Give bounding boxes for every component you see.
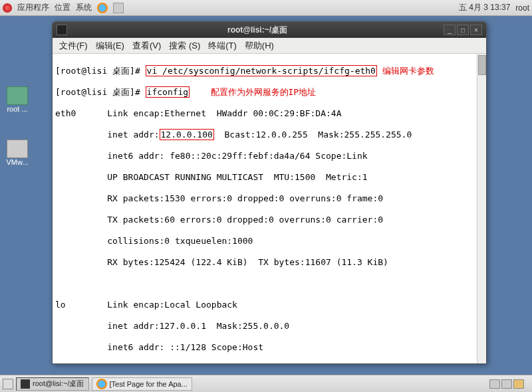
maximize-button[interactable]: □ xyxy=(457,25,469,35)
firefox-icon[interactable] xyxy=(97,3,108,13)
bottom-panel: root@lisi:~/桌面 [Test Page for the Apa... xyxy=(0,375,532,392)
menu-help[interactable]: 帮助(H) xyxy=(242,39,277,53)
launcher-icon[interactable] xyxy=(113,3,124,13)
menu-view[interactable]: 查看(V) xyxy=(130,39,164,53)
cmd-ifconfig: ifconfig xyxy=(146,86,190,98)
clock[interactable]: 五 4月 3 13:37 xyxy=(459,2,510,13)
taskbar-terminal[interactable]: root@lisi:~/桌面 xyxy=(16,377,89,391)
titlebar[interactable]: root@lisi:~/桌面 _ □ × xyxy=(53,22,486,38)
close-button[interactable]: × xyxy=(470,25,482,35)
desktop-icon-home[interactable]: root ... xyxy=(4,86,31,113)
desktop-icons: root ... VMw... xyxy=(4,86,31,166)
terminal-icon xyxy=(57,25,67,35)
taskbar-firefox[interactable]: [Test Page for the Apa... xyxy=(92,377,192,391)
activities-icon[interactable] xyxy=(3,3,12,13)
terminal-output[interactable]: [root@lisi 桌面]# vi /etc/sysconfig/networ… xyxy=(53,54,486,363)
workspace-1[interactable] xyxy=(489,379,500,389)
top-panel: 应用程序 位置 系统 五 4月 3 13:37 root xyxy=(0,0,532,16)
show-desktop-icon[interactable] xyxy=(3,379,13,389)
window-title: root@lisi:~/桌面 xyxy=(71,25,444,36)
annotation-ip: 配置作为外网服务的IP地址 xyxy=(211,87,317,97)
user-menu[interactable]: root xyxy=(515,3,529,13)
menu-places[interactable]: 位置 xyxy=(55,2,70,13)
minimize-button[interactable]: _ xyxy=(444,25,456,35)
workspace-2[interactable] xyxy=(501,379,512,389)
terminal-icon xyxy=(21,379,30,389)
firefox-icon xyxy=(96,379,107,389)
menubar: 文件(F) 编辑(E) 查看(V) 搜索 (S) 终端(T) 帮助(H) xyxy=(53,38,486,54)
menu-edit[interactable]: 编辑(E) xyxy=(93,39,127,53)
tray-alert-icon[interactable] xyxy=(513,379,524,389)
scrollbar[interactable] xyxy=(477,54,486,363)
menu-search[interactable]: 搜索 (S) xyxy=(166,39,203,53)
terminal-window: root@lisi:~/桌面 _ □ × 文件(F) 编辑(E) 查看(V) 搜… xyxy=(52,21,487,364)
menu-file[interactable]: 文件(F) xyxy=(57,39,90,53)
desktop-icon-vmware[interactable]: VMw... xyxy=(4,140,31,166)
scroll-thumb[interactable] xyxy=(478,55,486,75)
cmd-vi-ifcfg: vi /etc/sysconfig/network-scripts/ifcfg-… xyxy=(146,65,377,76)
menu-system[interactable]: 系统 xyxy=(76,2,92,13)
annotation-edit-nic: 编辑网卡参数 xyxy=(382,66,434,76)
menu-applications[interactable]: 应用程序 xyxy=(17,2,49,13)
eth0-ip: 12.0.0.100 xyxy=(160,129,214,140)
tray xyxy=(489,379,529,389)
menu-terminal[interactable]: 终端(T) xyxy=(205,39,239,53)
